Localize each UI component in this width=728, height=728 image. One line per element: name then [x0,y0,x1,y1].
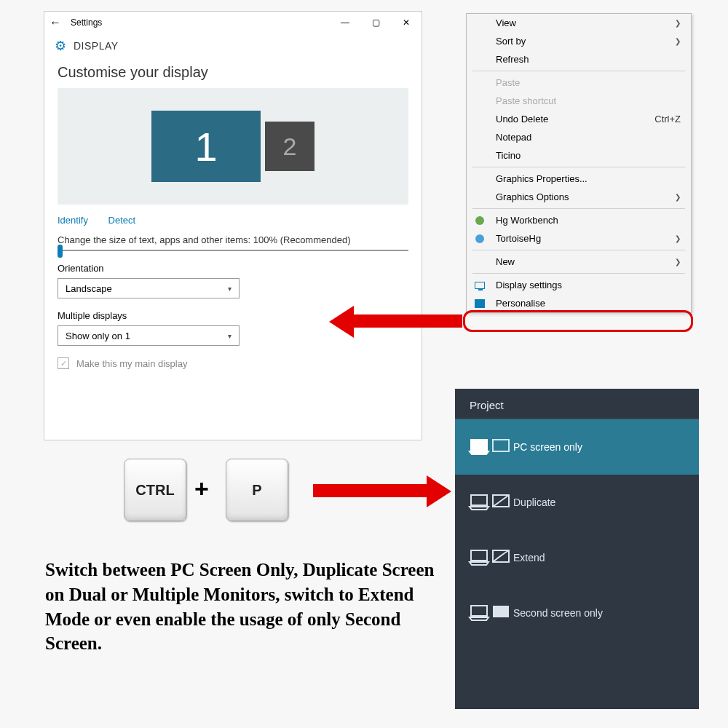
p-key: P [226,459,288,521]
section-title: Customise your display [44,61,422,88]
orientation-value: Landscape [66,283,112,294]
shortcut-text: Ctrl+Z [654,114,681,124]
context-item-refresh[interactable]: Refresh [467,50,691,68]
arrow-left-icon [349,314,462,328]
project-mode-icon [470,547,513,568]
context-item-undo-delete[interactable]: Undo DeleteCtrl+Z [467,110,691,128]
hg-icon [474,215,486,226]
project-option-label: Duplicate [513,496,684,508]
thg-icon [474,233,486,245]
main-display-checkbox-row: ✓ Make this my main display [44,352,422,375]
header-row: ⚙ DISPLAY [44,33,422,61]
plus-icon: + [194,475,209,503]
context-item-display-settings[interactable]: Display settings [467,276,691,294]
context-item-label: Refresh [496,54,529,65]
project-mode-icon [470,437,513,457]
context-item-label: Paste shortcut [496,95,556,106]
chevron-right-icon: ❯ [675,37,681,45]
display-links: Identify Detect [44,205,422,230]
context-item-label: View [496,17,516,28]
scale-label: Change the size of text, apps and other … [44,230,422,247]
context-item-label: Paste [496,77,520,88]
context-item-label: Ticino [496,150,521,161]
chevron-right-icon: ❯ [675,19,681,27]
detect-link[interactable]: Detect [108,215,136,226]
main-display-label: Make this my main display [76,358,187,369]
chevron-right-icon: ❯ [675,258,681,266]
multiple-displays-value: Show only on 1 [66,331,130,341]
context-item-label: Sort by [496,36,526,47]
gear-icon: ⚙ [55,38,66,54]
context-item-label: Graphics Properties... [496,173,587,184]
context-item-label: Personalise [496,298,545,309]
ctrl-key: CTRL [124,459,186,521]
svg-rect-3 [493,606,509,617]
window-title: Settings [66,17,330,28]
separator [472,71,685,71]
context-item-label: TortoiseHg [496,233,541,244]
separator [472,208,685,209]
main-display-checkbox: ✓ [58,357,69,369]
context-item-label: Hg Workbench [496,215,558,226]
project-option-label: PC screen only [513,441,684,453]
context-item-label: Undo Delete [496,114,548,124]
identify-link[interactable]: Identify [58,215,88,226]
header-label: DISPLAY [74,40,119,52]
chevron-right-icon: ❯ [675,193,681,201]
project-option-extend[interactable]: Extend [455,530,699,585]
separator [472,250,685,250]
context-item-sort-by[interactable]: Sort by❯ [467,32,691,50]
project-mode-icon [470,492,513,513]
context-item-paste: Paste [467,74,691,92]
titlebar: ← Settings — ▢ ✕ [44,12,422,33]
project-option-second-screen-only[interactable]: Second screen only [455,585,699,641]
caption-text: Switch between PC Screen Only, Duplicate… [45,558,438,656]
context-item-ticino[interactable]: Ticino [467,146,691,165]
context-item-view[interactable]: View❯ [467,14,691,32]
context-item-paste-shortcut: Paste shortcut [467,92,691,110]
monitor-1[interactable]: 1 [151,111,261,182]
project-option-label: Second screen only [513,607,684,619]
back-button[interactable]: ← [44,16,66,29]
window-controls: — ▢ ✕ [330,12,422,33]
chevron-down-icon: ▾ [228,285,232,293]
context-item-new[interactable]: New❯ [467,253,691,271]
context-item-notepad[interactable]: Notepad [467,128,691,146]
project-option-pc-screen-only[interactable]: PC screen only [455,419,699,475]
separator [472,273,685,274]
multiple-displays-select[interactable]: Show only on 1 ▾ [58,325,240,346]
settings-window: ← Settings — ▢ ✕ ⚙ DISPLAY Customise you… [44,11,422,440]
orientation-select[interactable]: Landscape ▾ [58,278,240,298]
project-list: PC screen onlyDuplicateExtendSecond scre… [455,419,699,641]
slider-thumb[interactable] [58,245,63,258]
project-panel: Project PC screen onlyDuplicateExtendSec… [455,389,699,709]
personalise-icon [474,298,486,309]
context-item-label: Display settings [496,280,562,290]
display-arrangement[interactable]: 1 2 [58,88,408,205]
monitor-2[interactable]: 2 [265,122,314,171]
project-mode-icon [470,603,513,623]
chevron-right-icon: ❯ [675,234,681,242]
close-button[interactable]: ✕ [391,12,422,33]
scale-slider[interactable] [44,247,422,257]
chevron-down-icon: ▾ [228,332,232,340]
display-settings-highlight [463,310,693,332]
context-item-label: Graphics Options [496,191,569,202]
display-icon [474,280,486,291]
context-item-graphics-options[interactable]: Graphics Options❯ [467,188,691,206]
arrow-right-head-icon [427,475,451,507]
maximize-button[interactable]: ▢ [360,12,391,33]
minimize-button[interactable]: — [330,12,360,33]
separator [472,167,685,167]
orientation-label: Orientation [44,257,422,275]
arrow-left-head-icon [329,306,354,338]
context-item-label: Notepad [496,132,531,143]
project-option-duplicate[interactable]: Duplicate [455,475,699,530]
desktop-context-menu: View❯Sort by❯RefreshPastePaste shortcutU… [466,13,692,313]
project-option-label: Extend [513,552,684,563]
context-item-tortoisehg[interactable]: TortoiseHg❯ [467,229,691,248]
project-title: Project [455,389,699,416]
context-item-graphics-properties[interactable]: Graphics Properties... [467,170,691,188]
svg-rect-0 [493,440,509,451]
context-item-hg-workbench[interactable]: Hg Workbench [467,211,691,229]
